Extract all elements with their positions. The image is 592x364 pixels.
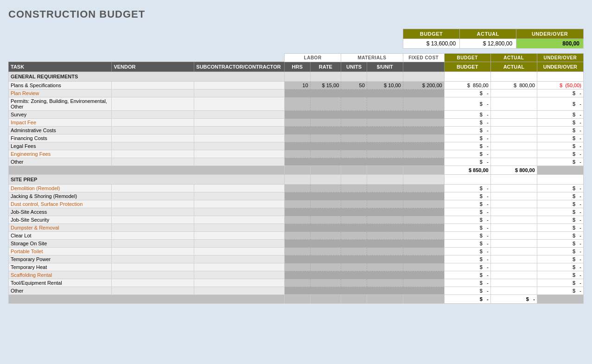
units-cell[interactable] <box>341 97 367 111</box>
vendor-cell[interactable] <box>112 127 194 134</box>
fixed-cell[interactable] <box>403 208 444 216</box>
rate-cell[interactable] <box>310 248 341 255</box>
per-unit-cell[interactable] <box>367 248 403 255</box>
subcon-cell[interactable] <box>194 287 285 295</box>
per-unit-cell[interactable] <box>367 192 403 200</box>
rate-cell[interactable] <box>310 97 341 111</box>
subcon-cell[interactable] <box>194 192 285 200</box>
per-unit-cell[interactable]: $ 10,00 <box>367 82 403 89</box>
units-cell[interactable] <box>341 232 367 240</box>
units-cell[interactable] <box>341 185 367 192</box>
per-unit-cell[interactable] <box>367 271 403 279</box>
rate-cell[interactable] <box>310 119 341 127</box>
units-cell[interactable] <box>341 224 367 232</box>
units-cell[interactable] <box>341 142 367 150</box>
rate-cell[interactable] <box>310 263 341 271</box>
subcon-cell[interactable] <box>194 97 285 111</box>
fixed-cell[interactable] <box>403 279 444 287</box>
fixed-cell[interactable] <box>403 97 444 111</box>
rate-cell[interactable] <box>310 142 341 150</box>
vendor-cell[interactable] <box>112 200 194 208</box>
subcon-cell[interactable] <box>194 185 285 192</box>
subcon-cell[interactable] <box>194 216 285 224</box>
subcon-cell[interactable] <box>194 208 285 216</box>
per-unit-cell[interactable] <box>367 158 403 166</box>
vendor-cell[interactable] <box>112 263 194 271</box>
fixed-cell[interactable] <box>403 224 444 232</box>
fixed-cell[interactable] <box>403 255 444 263</box>
subcon-cell[interactable] <box>194 89 285 97</box>
fixed-cell[interactable] <box>403 185 444 192</box>
fixed-cell[interactable] <box>403 142 444 150</box>
rate-cell[interactable] <box>310 150 341 158</box>
vendor-cell[interactable] <box>112 279 194 287</box>
rate-cell[interactable] <box>310 240 341 248</box>
units-cell[interactable] <box>341 200 367 208</box>
subcon-cell[interactable] <box>194 119 285 127</box>
per-unit-cell[interactable] <box>367 232 403 240</box>
subcon-cell[interactable] <box>194 224 285 232</box>
hrs-cell[interactable] <box>284 150 310 158</box>
fixed-cell[interactable] <box>403 232 444 240</box>
hrs-cell[interactable] <box>284 255 310 263</box>
hrs-cell[interactable] <box>284 89 310 97</box>
units-cell[interactable] <box>341 111 367 119</box>
per-unit-cell[interactable] <box>367 224 403 232</box>
hrs-cell[interactable] <box>284 216 310 224</box>
hrs-cell[interactable] <box>284 271 310 279</box>
subcon-cell[interactable] <box>194 263 285 271</box>
subcon-cell[interactable] <box>194 82 285 89</box>
vendor-cell[interactable] <box>112 287 194 295</box>
units-cell[interactable] <box>341 248 367 255</box>
subcon-cell[interactable] <box>194 279 285 287</box>
subcon-cell[interactable] <box>194 150 285 158</box>
units-cell[interactable] <box>341 192 367 200</box>
per-unit-cell[interactable] <box>367 119 403 127</box>
units-cell[interactable] <box>341 158 367 166</box>
vendor-cell[interactable] <box>112 150 194 158</box>
per-unit-cell[interactable] <box>367 263 403 271</box>
per-unit-cell[interactable] <box>367 216 403 224</box>
hrs-cell[interactable] <box>284 111 310 119</box>
rate-cell[interactable] <box>310 127 341 134</box>
fixed-cell[interactable] <box>403 119 444 127</box>
vendor-cell[interactable] <box>112 232 194 240</box>
units-cell[interactable] <box>341 208 367 216</box>
rate-cell[interactable] <box>310 89 341 97</box>
fixed-cell[interactable] <box>403 192 444 200</box>
rate-cell[interactable] <box>310 279 341 287</box>
rate-cell[interactable] <box>310 158 341 166</box>
fixed-cell[interactable] <box>403 271 444 279</box>
hrs-cell[interactable] <box>284 200 310 208</box>
fixed-cell[interactable] <box>403 248 444 255</box>
hrs-cell[interactable] <box>284 158 310 166</box>
fixed-cell[interactable] <box>403 200 444 208</box>
per-unit-cell[interactable] <box>367 150 403 158</box>
units-cell[interactable] <box>341 279 367 287</box>
rate-cell[interactable] <box>310 208 341 216</box>
per-unit-cell[interactable] <box>367 134 403 142</box>
per-unit-cell[interactable] <box>367 208 403 216</box>
per-unit-cell[interactable] <box>367 240 403 248</box>
rate-cell[interactable] <box>310 200 341 208</box>
vendor-cell[interactable] <box>112 158 194 166</box>
hrs-cell[interactable] <box>284 185 310 192</box>
per-unit-cell[interactable] <box>367 185 403 192</box>
fixed-cell[interactable] <box>403 89 444 97</box>
units-cell[interactable] <box>341 127 367 134</box>
vendor-cell[interactable] <box>112 192 194 200</box>
rate-cell[interactable] <box>310 255 341 263</box>
hrs-cell[interactable] <box>284 127 310 134</box>
per-unit-cell[interactable] <box>367 89 403 97</box>
per-unit-cell[interactable] <box>367 255 403 263</box>
units-cell[interactable] <box>341 89 367 97</box>
rate-cell[interactable] <box>310 111 341 119</box>
rate-cell[interactable] <box>310 224 341 232</box>
units-cell[interactable] <box>341 240 367 248</box>
subcon-cell[interactable] <box>194 248 285 255</box>
hrs-cell[interactable] <box>284 208 310 216</box>
vendor-cell[interactable] <box>112 134 194 142</box>
per-unit-cell[interactable] <box>367 279 403 287</box>
units-cell[interactable]: 50 <box>341 82 367 89</box>
subcon-cell[interactable] <box>194 158 285 166</box>
